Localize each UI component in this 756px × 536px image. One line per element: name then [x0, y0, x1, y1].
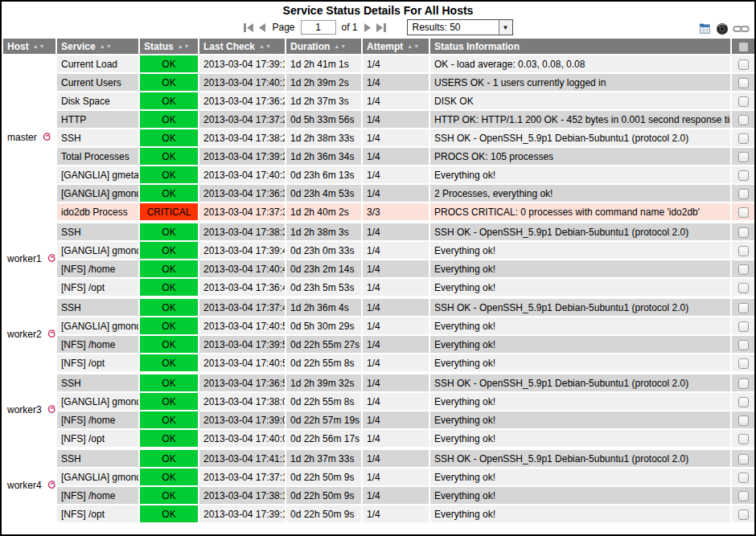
row-select-cell	[732, 317, 754, 334]
row-select-checkbox[interactable]	[738, 152, 749, 162]
last-check: 2013-03-04 17:40:50	[199, 317, 285, 334]
duration: 0d 22h 56m 17s	[286, 430, 361, 447]
host-name[interactable]: worker2	[7, 329, 42, 340]
service-name[interactable]: [NFS] /opt	[57, 354, 138, 371]
service-name[interactable]: SSH	[57, 299, 138, 316]
row-select-checkbox[interactable]	[738, 454, 749, 464]
row-select-checkbox[interactable]	[738, 303, 749, 313]
service-name[interactable]: [GANGLIA] gmond	[57, 242, 138, 259]
row-select-checkbox[interactable]	[738, 434, 749, 444]
host-name[interactable]: worker4	[7, 480, 42, 491]
service-name[interactable]: SSH	[57, 129, 138, 146]
row-select-checkbox[interactable]	[738, 207, 749, 218]
row-select-checkbox[interactable]	[738, 246, 749, 256]
next-page-icon[interactable]	[364, 23, 372, 33]
service-row: worker4SSHOK2013-03-04 17:41:111d 2h 37m…	[3, 450, 754, 467]
page-number-input[interactable]	[301, 20, 336, 35]
service-name[interactable]: [GANGLIA] gmond	[57, 393, 138, 410]
sort-arrows-icon[interactable]: ▲▼	[33, 43, 46, 49]
column-header-last-check[interactable]: Last Check▲▼	[199, 39, 285, 54]
column-header-service[interactable]: Service▲▼	[57, 39, 138, 54]
row-select-checkbox[interactable]	[738, 321, 749, 332]
page-label: Page	[270, 22, 296, 33]
row-select-checkbox[interactable]	[738, 283, 749, 293]
row-select-checkbox[interactable]	[738, 227, 749, 238]
row-select-checkbox[interactable]	[738, 473, 749, 483]
service-name[interactable]: [NFS] /home	[57, 336, 138, 353]
column-header-host[interactable]: Host▲▼	[3, 39, 55, 54]
row-select-checkbox[interactable]	[738, 115, 749, 125]
row-select-checkbox[interactable]	[738, 264, 749, 275]
row-select-checkbox[interactable]	[738, 170, 749, 181]
attempt: 1/4	[363, 450, 429, 467]
last-check: 2013-03-04 17:39:53	[199, 336, 285, 353]
column-header-status[interactable]: Status▲▼	[140, 39, 198, 54]
service-name[interactable]: ido2db Process	[57, 203, 138, 220]
row-select-checkbox[interactable]	[738, 78, 749, 88]
duration: 1d 2h 41m 1s	[286, 55, 361, 72]
row-select-checkbox[interactable]	[738, 397, 749, 407]
first-page-icon[interactable]	[243, 23, 254, 33]
service-name[interactable]: Disk Space	[57, 92, 138, 109]
service-name[interactable]: [GANGLIA] gmetad	[57, 166, 138, 183]
host-name[interactable]: worker1	[7, 253, 42, 264]
last-page-icon[interactable]	[376, 23, 387, 33]
service-name[interactable]: [NFS] /opt	[57, 505, 138, 522]
row-select-checkbox[interactable]	[738, 358, 749, 369]
host-name[interactable]: master	[7, 132, 37, 143]
select-all-checkbox[interactable]	[738, 42, 749, 52]
service-name[interactable]: [GANGLIA] gmond	[57, 468, 138, 485]
service-name[interactable]: HTTP	[57, 111, 138, 128]
row-select-checkbox[interactable]	[738, 96, 749, 107]
row-select-cell	[732, 374, 754, 391]
attempt: 1/4	[363, 468, 429, 485]
service-name[interactable]: [NFS] /home	[57, 487, 138, 504]
row-select-cell	[732, 92, 754, 109]
row-select-checkbox[interactable]	[738, 59, 749, 70]
row-select-checkbox[interactable]	[738, 509, 749, 520]
sort-arrows-icon[interactable]: ▲▼	[100, 43, 113, 49]
last-check: 2013-03-04 17:38:13	[199, 487, 285, 504]
row-select-checkbox[interactable]	[738, 415, 749, 426]
service-name[interactable]: Total Processes	[57, 148, 138, 165]
results-per-page-select[interactable]: Results: 50 ▼	[407, 19, 513, 35]
service-name[interactable]: [GANGLIA] gmond	[57, 317, 138, 334]
sort-arrows-icon[interactable]: ▲▼	[178, 43, 191, 49]
duration: 1d 2h 38m 33s	[286, 129, 361, 146]
sort-arrows-icon[interactable]: ▲▼	[334, 43, 347, 49]
row-select-checkbox[interactable]	[738, 189, 749, 199]
prev-page-icon[interactable]	[258, 23, 266, 33]
export-csv-icon[interactable]	[698, 23, 712, 35]
service-name[interactable]: [NFS] /home	[57, 260, 138, 277]
sort-arrows-icon[interactable]: ▲▼	[407, 43, 420, 49]
row-select-checkbox[interactable]	[738, 491, 749, 501]
host-name[interactable]: worker3	[7, 404, 42, 415]
service-name[interactable]: SSH	[57, 374, 138, 391]
service-name[interactable]: Current Load	[57, 55, 138, 72]
service-row: [NFS] /optOK2013-03-04 17:39:150d 22h 50…	[3, 505, 754, 522]
row-select-checkbox[interactable]	[738, 378, 749, 389]
service-row: [NFS] /homeOK2013-03-04 17:40:430d 23h 2…	[3, 260, 754, 277]
column-header-duration[interactable]: Duration▲▼	[286, 39, 361, 54]
service-name[interactable]: [NFS] /opt	[57, 279, 138, 296]
row-select-checkbox[interactable]	[738, 340, 749, 350]
service-name[interactable]: [NFS] /home	[57, 411, 138, 428]
status-badge: OK	[140, 393, 198, 410]
service-row: ido2db ProcessCRITICAL2013-03-04 17:37:3…	[3, 203, 754, 220]
service-name[interactable]: [NFS] /opt	[57, 430, 138, 447]
sort-arrows-icon[interactable]: ▲▼	[259, 43, 272, 49]
host-cell: worker1	[3, 223, 55, 296]
service-name[interactable]: [GANGLIA] gmond	[57, 185, 138, 202]
service-name[interactable]: Current Users	[57, 74, 138, 91]
column-header-attempt[interactable]: Attempt▲▼	[363, 39, 429, 54]
last-check: 2013-03-04 17:37:48	[199, 299, 285, 316]
permalink-icon[interactable]	[733, 24, 750, 34]
pause-refresh-icon[interactable]	[716, 23, 729, 35]
duration: 0d 22h 55m 8s	[286, 354, 361, 371]
service-name[interactable]: SSH	[57, 223, 138, 240]
service-name[interactable]: SSH	[57, 450, 138, 467]
duration: 1d 2h 36m 34s	[286, 148, 361, 165]
service-row: Disk SpaceOK2013-03-04 17:36:211d 2h 37m…	[3, 92, 754, 109]
row-select-checkbox[interactable]	[738, 133, 749, 144]
status-badge: OK	[140, 111, 198, 128]
